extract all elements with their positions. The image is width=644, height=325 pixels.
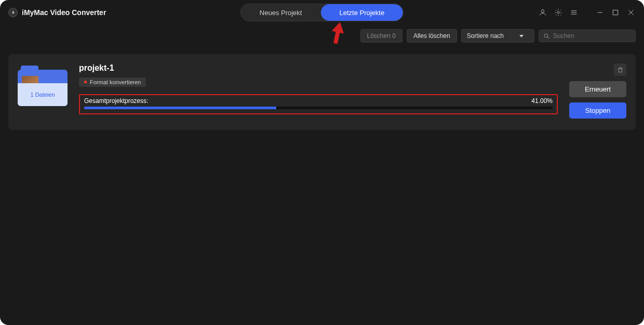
- app-title: iMyMac Video Converter: [22, 8, 106, 17]
- status-dot-icon: [84, 81, 87, 83]
- renew-button[interactable]: Erneuert: [569, 81, 626, 97]
- gear-icon[interactable]: [554, 8, 563, 17]
- sort-by-label: Sortiere nach: [467, 32, 504, 40]
- svg-point-1: [557, 11, 559, 14]
- delete-all-button[interactable]: Alles löschen: [407, 29, 457, 43]
- badge-label: Format konvertieren: [90, 79, 141, 85]
- window-controls: [538, 8, 636, 17]
- delete-selected-button[interactable]: Löschen 0: [360, 29, 403, 43]
- app-logo-wrap: iMyMac Video Converter: [8, 8, 106, 17]
- project-card: 1 Dateien projekt-1 Format konvertieren …: [8, 54, 636, 130]
- user-icon[interactable]: [538, 8, 547, 17]
- progress-percent: 41.00%: [531, 97, 553, 105]
- tab-new-project[interactable]: Neues Projekt: [241, 4, 321, 21]
- maximize-icon[interactable]: [611, 8, 620, 17]
- format-convert-badge: Format konvertieren: [79, 77, 146, 87]
- file-count-label: 1 Dateien: [18, 83, 68, 106]
- svg-point-9: [544, 34, 548, 37]
- progress-section: Gesamtprojektprozess: 41.00%: [79, 94, 558, 114]
- menu-icon[interactable]: [569, 8, 579, 17]
- tab-recent-projects[interactable]: Letzte Projekte: [320, 4, 403, 21]
- project-title: projekt-1: [79, 63, 558, 73]
- chevron-down-icon: [519, 35, 524, 37]
- progress-fill: [84, 107, 276, 109]
- svg-line-10: [547, 37, 549, 38]
- app-logo-icon: [8, 8, 18, 17]
- project-actions: Erneuert Stoppen: [569, 63, 626, 119]
- search-box[interactable]: [539, 30, 636, 42]
- titlebar: iMyMac Video Converter Neues Projekt Let…: [0, 0, 644, 25]
- app-window: iMyMac Video Converter Neues Projekt Let…: [0, 0, 644, 325]
- svg-rect-6: [613, 10, 618, 15]
- trash-icon: [617, 67, 624, 73]
- search-input[interactable]: [553, 32, 631, 40]
- project-main: projekt-1 Format konvertieren Gesamtproj…: [79, 63, 558, 119]
- tab-group: Neues Projekt Letzte Projekte: [240, 4, 404, 21]
- search-icon: [543, 33, 550, 40]
- svg-point-0: [541, 10, 544, 12]
- close-icon[interactable]: [626, 8, 636, 17]
- folder-icon[interactable]: 1 Dateien: [18, 66, 68, 106]
- progress-label: Gesamtprojektprozess:: [84, 97, 148, 105]
- stop-button[interactable]: Stoppen: [569, 102, 626, 119]
- sort-by-dropdown[interactable]: Sortiere nach: [461, 29, 534, 43]
- delete-project-button[interactable]: [614, 63, 626, 76]
- toolbar: Löschen 0 Alles löschen Sortiere nach: [0, 25, 644, 47]
- minimize-icon[interactable]: [595, 8, 605, 17]
- progress-bar: [84, 107, 553, 109]
